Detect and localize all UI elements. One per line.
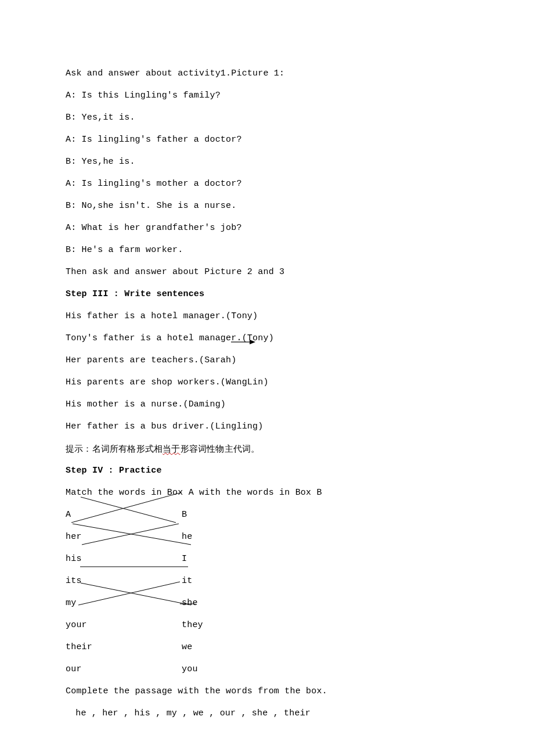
box-row-0: herhe (66, 526, 472, 548)
word-box-line: he , her , his , my , we , our , she , t… (66, 703, 472, 725)
match-instruction: Match the words in Box A with the words … (66, 482, 472, 504)
box-row-6: ouryou (66, 658, 472, 681)
box-row-1-a: his (66, 548, 182, 570)
box-header-a: A (66, 504, 182, 526)
step-3-heading: Step III : Write sentences (66, 283, 472, 305)
box-row-2-a: its (66, 570, 182, 592)
document-page: Ask and answer about activity1.Picture 1… (0, 0, 534, 756)
dialog-line-5: A: Is lingling's mother a doctor? (66, 173, 472, 195)
step3-sentence-1a: His father is a hotel manager.(Tony) (66, 305, 472, 327)
dialog-line-4: B: Yes,he is. (66, 151, 472, 173)
step-4-heading: Step IV : Practice (66, 460, 472, 482)
box-row-4-b: they (182, 620, 203, 630)
tip-line: 提示：名词所有格形式相当于形容词性物主代词。 (66, 438, 472, 460)
dialog-line-3: A: Is lingling's father a doctor? (66, 129, 472, 151)
tip-highlight: 当于 (163, 444, 180, 453)
step3-sentence-2: Her parents are teachers.(Sarah) (66, 350, 472, 372)
step3-sentence-1b: Tony's father is a hotel manager.(Tony) (66, 327, 472, 350)
box-row-2: itsit (66, 570, 472, 592)
dialog-line-7: A: What is her grandfather's job? (66, 217, 472, 239)
box-row-5-a: their (66, 636, 182, 658)
tip-prefix: 提示：名词所有格形式相 (66, 444, 163, 453)
box-row-6-a: our (66, 658, 182, 681)
box-row-0-a: her (66, 526, 182, 548)
box-row-3: myshe (66, 592, 472, 614)
then-line: Then ask and answer about Picture 2 and … (66, 261, 472, 283)
box-header-row: AB (66, 504, 472, 526)
box-row-5: theirwe (66, 636, 472, 658)
dialog-line-2: B: Yes,it is. (66, 107, 472, 129)
dialog-line-6: B: No,she isn't. She is a nurse. (66, 195, 472, 217)
box-row-0-b: he (182, 532, 192, 542)
box-row-4-a: your (66, 614, 182, 636)
box-row-2-b: it (182, 576, 192, 586)
content-area: Ask and answer about activity1.Picture 1… (66, 63, 472, 725)
box-row-5-b: we (182, 642, 192, 652)
step3-sentence-3: His parents are shop workers.(WangLin) (66, 372, 472, 394)
dialog-line-8: B: He's a farm worker. (66, 239, 472, 261)
step3-sentence-5: Her father is a bus driver.(Lingling) (66, 416, 472, 438)
box-row-3-b: she (182, 598, 198, 608)
box-header-b: B (182, 510, 187, 520)
box-row-4: yourthey (66, 614, 472, 636)
intro-line: Ask and answer about activity1.Picture 1… (66, 63, 472, 85)
step3-sentence-4: His mother is a nurse.(Daming) (66, 394, 472, 416)
box-row-1: hisI (66, 548, 472, 570)
box-row-3-a: my (66, 592, 182, 614)
box-row-6-b: you (182, 664, 198, 674)
tip-suffix: 形容词性物主代词。 (181, 444, 260, 453)
complete-instruction: Complete the passage with the words from… (66, 681, 472, 703)
box-row-1-b: I (182, 554, 187, 564)
dialog-line-1: A: Is this Lingling's family? (66, 85, 472, 107)
